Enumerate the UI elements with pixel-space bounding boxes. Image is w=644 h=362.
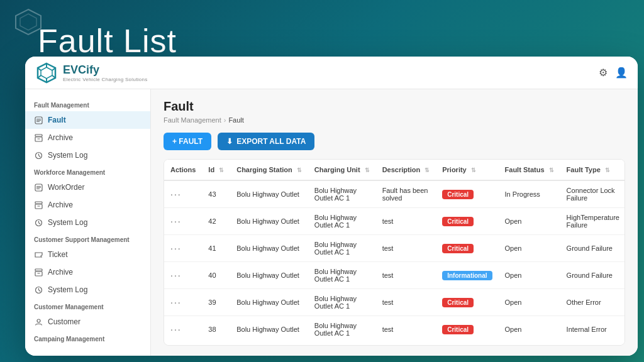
user-icon[interactable]: 👤	[615, 67, 628, 79]
cell-desc-3: test	[376, 262, 436, 289]
sidebar-icon-workorder	[34, 183, 43, 192]
sidebar-item-fault[interactable]: Fault	[25, 111, 150, 129]
cell-id-0: 43	[202, 180, 230, 208]
cell-station-1: Bolu Highway Outlet	[230, 208, 308, 235]
table-row: ··· 40 Bolu Highway Outlet Bolu Highway …	[164, 262, 625, 289]
priority-badge-4: Critical	[442, 298, 474, 307]
cell-actions-0[interactable]: ···	[164, 180, 202, 208]
sidebar-item-workforce-syslog[interactable]: System Log	[25, 214, 150, 231]
sidebar: Fault ManagementFaultArchiveSystem LogWo…	[25, 89, 151, 356]
export-button[interactable]: ⬇ EXPORT ALL DATA	[218, 133, 314, 150]
table-row: ··· 43 Bolu Highway Outlet Bolu Highway …	[164, 180, 625, 208]
priority-badge-0: Critical	[442, 190, 474, 199]
action-bar: + FAULT ⬇ EXPORT ALL DATA	[164, 133, 625, 150]
sidebar-label-fault-syslog: System Log	[48, 151, 87, 160]
col-charging-unit[interactable]: Charging Unit ⇅	[308, 160, 376, 180]
page-background-title: Fault List	[38, 22, 177, 60]
cell-status-4: Open	[499, 289, 560, 316]
add-fault-button[interactable]: + FAULT	[164, 133, 211, 150]
cell-unit-3: Bolu Highway Outlet AC 1	[308, 262, 376, 289]
svg-line-35	[38, 290, 40, 291]
sidebar-item-fault-archive[interactable]: Archive	[25, 129, 150, 146]
priority-badge-3: Informational	[442, 271, 492, 280]
table-body: ··· 43 Bolu Highway Outlet Bolu Highway …	[164, 180, 625, 343]
cell-actions-1[interactable]: ···	[164, 208, 202, 235]
cell-status-0: In Progress	[499, 180, 560, 208]
svg-point-36	[37, 319, 40, 322]
sidebar-item-customer[interactable]: Customer	[25, 313, 150, 331]
cell-priority-1: Critical	[436, 208, 498, 235]
col-priority[interactable]: Priority ⇅	[436, 160, 498, 180]
sidebar-icon-customer	[34, 317, 43, 326]
settings-icon[interactable]: ⚙	[599, 67, 608, 79]
svg-marker-1	[20, 14, 36, 30]
cell-status-5: Open	[499, 316, 560, 343]
cell-desc-0: Fault has been solved	[376, 180, 436, 208]
cell-unit-1: Bolu Highway Outlet AC 1	[308, 208, 376, 235]
svg-line-29	[38, 222, 40, 224]
table-row: ··· 41 Bolu Highway Outlet Bolu Highway …	[164, 235, 625, 262]
content-area: Fault ManagementFaultArchiveSystem LogWo…	[25, 89, 638, 356]
cell-unit-4: Bolu Highway Outlet AC 1	[308, 289, 376, 316]
col-description[interactable]: Description ⇅	[376, 160, 436, 180]
sidebar-section-title: Customer Management	[25, 299, 150, 313]
sidebar-icon-support-syslog	[34, 285, 43, 294]
logo-text: EVCify Electric Vehicle Charging Solutio…	[63, 63, 148, 82]
main-content: Fault Fault Management › Fault + FAULT ⬇…	[151, 89, 638, 356]
page-title: Fault	[164, 99, 625, 114]
cell-unit-2: Bolu Highway Outlet AC 1	[308, 235, 376, 262]
sidebar-item-workorder[interactable]: WorkOrder	[25, 178, 150, 196]
cell-actions-4[interactable]: ···	[164, 289, 202, 316]
cell-station-2: Bolu Highway Outlet	[230, 235, 308, 262]
cell-actions-2[interactable]: ···	[164, 235, 202, 262]
cell-type-4: Other Error	[560, 289, 625, 316]
sidebar-label-support-syslog: System Log	[48, 285, 87, 294]
cell-priority-2: Critical	[436, 235, 498, 262]
svg-marker-3	[41, 67, 52, 79]
evcify-logo-icon	[35, 62, 58, 84]
breadcrumb-parent: Fault Management	[164, 116, 221, 124]
col-charging-station[interactable]: Charging Station ⇅	[230, 160, 308, 180]
cell-id-1: 42	[202, 208, 230, 235]
breadcrumb: Fault Management › Fault	[164, 116, 625, 124]
download-icon: ⬇	[226, 137, 233, 146]
cell-type-3: Ground Failure	[560, 262, 625, 289]
sidebar-item-ticket[interactable]: Ticket	[25, 246, 150, 263]
col-actions: Actions	[164, 160, 202, 180]
col-id[interactable]: Id ⇅	[202, 160, 230, 180]
cell-actions-3[interactable]: ···	[164, 262, 202, 289]
cell-type-5: Internal Error	[560, 316, 625, 343]
svg-line-19	[38, 155, 40, 156]
svg-rect-24	[35, 202, 42, 204]
cell-priority-0: Critical	[436, 180, 498, 208]
cell-priority-3: Informational	[436, 262, 498, 289]
breadcrumb-current: Fault	[228, 116, 243, 124]
col-fault-type[interactable]: Fault Type ⇅	[560, 160, 625, 180]
table-header: Actions Id ⇅ Charging Station ⇅ Charging…	[164, 160, 625, 180]
sidebar-icon-workforce-syslog	[34, 218, 43, 227]
sidebar-label-workorder: WorkOrder	[48, 183, 84, 192]
cell-station-0: Bolu Highway Outlet	[230, 180, 308, 208]
cell-status-3: Open	[499, 262, 560, 289]
priority-badge-5: Critical	[442, 325, 474, 334]
sidebar-item-fault-syslog[interactable]: System Log	[25, 146, 150, 164]
svg-rect-14	[35, 134, 42, 136]
cell-station-3: Bolu Highway Outlet	[230, 262, 308, 289]
sidebar-icon-fault-syslog	[34, 151, 43, 160]
priority-badge-2: Critical	[442, 244, 474, 253]
logo-area: EVCify Electric Vehicle Charging Solutio…	[35, 62, 599, 84]
svg-marker-0	[16, 9, 41, 35]
sidebar-item-support-syslog[interactable]: System Log	[25, 281, 150, 299]
priority-badge-1: Critical	[442, 217, 474, 226]
sidebar-icon-fault-archive	[34, 133, 43, 142]
cell-desc-2: test	[376, 235, 436, 262]
sidebar-item-workforce-archive[interactable]: Archive	[25, 196, 150, 214]
sidebar-item-support-archive[interactable]: Archive	[25, 263, 150, 281]
cell-type-1: HighTemperature Failure	[560, 208, 625, 235]
col-fault-status[interactable]: Fault Status ⇅	[499, 160, 560, 180]
cell-actions-5[interactable]: ···	[164, 316, 202, 343]
sidebar-label-fault-archive: Archive	[48, 133, 73, 142]
sidebar-label-workforce-archive: Archive	[48, 200, 73, 209]
cell-id-2: 41	[202, 235, 230, 262]
cell-id-3: 40	[202, 262, 230, 289]
